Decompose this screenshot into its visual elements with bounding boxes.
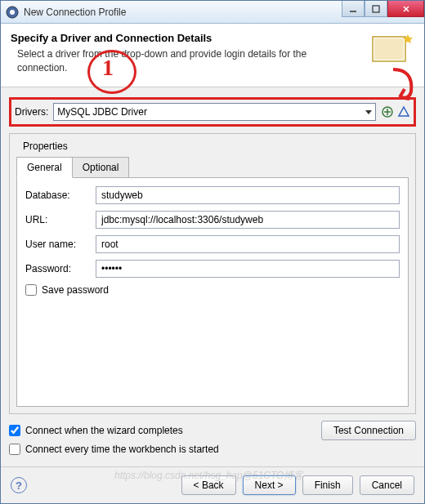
- drivers-selected: MySQL JDBC Driver: [57, 106, 147, 118]
- database-label: Database:: [25, 190, 91, 201]
- username-label: User name:: [25, 239, 91, 250]
- drivers-row: Drivers: MySQL JDBC Driver: [9, 97, 416, 127]
- app-icon: [6, 6, 19, 19]
- url-input[interactable]: [96, 211, 400, 229]
- tab-body-general: Database: URL: User name: Password:: [16, 178, 409, 407]
- database-input[interactable]: [96, 186, 400, 204]
- password-label: Password:: [25, 263, 91, 274]
- drivers-label: Drivers:: [15, 106, 48, 118]
- minimize-button[interactable]: [342, 1, 365, 17]
- content-area: Drivers: MySQL JDBC Driver Properties Ge…: [1, 87, 424, 466]
- svg-point-1: [10, 10, 15, 15]
- bottom-options: Connect when the wizard completes Test C…: [9, 421, 416, 458]
- connect-on-complete-checkbox[interactable]: [9, 425, 20, 436]
- wizard-banner-icon: [369, 30, 418, 79]
- connect-every-time-checkbox[interactable]: [9, 444, 20, 455]
- next-button[interactable]: Next >: [243, 475, 296, 495]
- titlebar[interactable]: New Connection Profile: [1, 1, 424, 24]
- connect-every-time-label: Connect every time the workbench is star…: [25, 444, 219, 455]
- properties-title: Properties: [20, 140, 71, 152]
- cancel-button[interactable]: Cancel: [360, 475, 414, 495]
- tabs: General Optional: [16, 157, 409, 178]
- svg-rect-7: [374, 38, 404, 60]
- connect-on-complete-label: Connect when the wizard completes: [25, 425, 183, 436]
- close-button[interactable]: [387, 1, 424, 17]
- finish-button[interactable]: Finish: [302, 475, 353, 495]
- back-button[interactable]: < Back: [181, 475, 236, 495]
- new-driver-icon[interactable]: [381, 105, 394, 118]
- test-connection-button[interactable]: Test Connection: [321, 421, 416, 440]
- username-input[interactable]: [96, 235, 400, 253]
- drivers-dropdown[interactable]: MySQL JDBC Driver: [53, 103, 376, 121]
- save-password-label: Save password: [42, 284, 109, 296]
- wizard-footer: ? < Back Next > Finish Cancel: [1, 466, 424, 503]
- warning-icon[interactable]: [397, 105, 410, 118]
- page-subtitle: Select a driver from the drop-down and p…: [11, 47, 338, 75]
- help-icon[interactable]: ?: [11, 477, 27, 493]
- properties-group: Properties General Optional Database: UR…: [9, 133, 416, 414]
- tab-general[interactable]: General: [16, 157, 73, 178]
- password-input[interactable]: [96, 260, 400, 278]
- maximize-button[interactable]: [365, 1, 387, 17]
- dialog-window: New Connection Profile Specify a Driver …: [0, 0, 425, 504]
- save-password-checkbox[interactable]: [25, 284, 37, 296]
- svg-rect-3: [373, 6, 379, 12]
- window-controls: [342, 1, 424, 23]
- wizard-header: Specify a Driver and Connection Details …: [1, 24, 424, 87]
- url-label: URL:: [25, 214, 91, 225]
- page-title: Specify a Driver and Connection Details: [11, 32, 414, 44]
- window-title: New Connection Profile: [24, 7, 342, 18]
- tab-optional[interactable]: Optional: [72, 157, 130, 177]
- chevron-down-icon: [365, 110, 372, 114]
